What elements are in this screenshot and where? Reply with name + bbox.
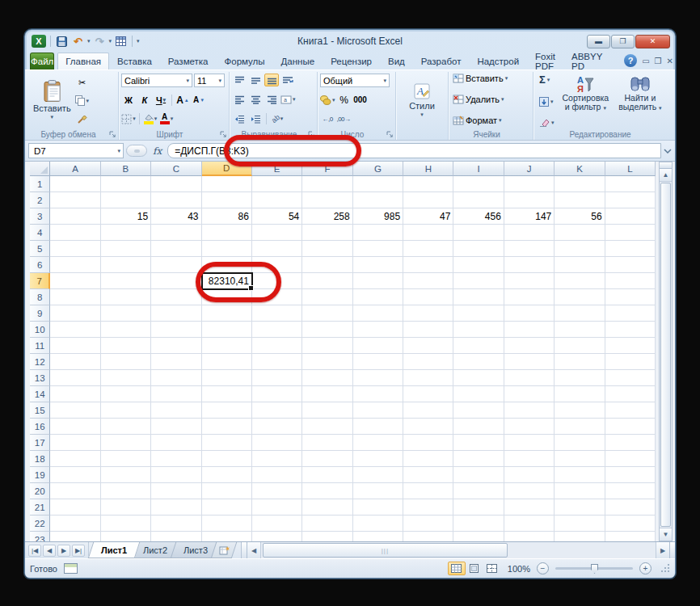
cell-H7[interactable] (403, 273, 453, 289)
cell-A15[interactable] (50, 402, 100, 419)
cell-D18[interactable] (202, 451, 252, 467)
scroll-down-button[interactable]: ▼ (660, 528, 672, 541)
cell-B13[interactable] (101, 370, 151, 386)
cell-A7[interactable] (50, 273, 100, 289)
row-header-11[interactable]: 11 (30, 338, 50, 354)
cell-I14[interactable] (453, 386, 504, 402)
cell-E10[interactable] (252, 322, 302, 338)
cell-G5[interactable] (353, 241, 403, 257)
cell-E5[interactable] (252, 241, 302, 257)
row-header-19[interactable]: 19 (30, 467, 50, 483)
cell-D22[interactable] (202, 516, 252, 532)
cell-F21[interactable] (302, 499, 352, 516)
save-button[interactable] (55, 35, 69, 48)
cell-G3[interactable]: 985 (353, 208, 403, 225)
cell-G22[interactable] (353, 516, 403, 532)
cell-E20[interactable] (252, 483, 302, 499)
cell-H16[interactable] (403, 419, 453, 435)
cell-D21[interactable] (202, 499, 252, 516)
excel-logo-icon[interactable]: X (32, 35, 46, 48)
cell-I5[interactable] (453, 241, 504, 257)
cell-L20[interactable] (605, 483, 656, 499)
cell-H23[interactable] (403, 532, 453, 541)
cell-C10[interactable] (151, 322, 201, 338)
cell-K14[interactable] (555, 386, 605, 402)
cell-C7[interactable] (151, 273, 201, 289)
row-header-2[interactable]: 2 (30, 192, 50, 208)
scroll-right-button[interactable]: ▶ (656, 542, 669, 558)
paste-dropdown[interactable]: ▾ (51, 114, 54, 120)
undo-dropdown[interactable]: ▾ (87, 38, 91, 44)
expand-formula-bar-icon[interactable] (664, 149, 672, 154)
cell-F3[interactable]: 258 (302, 208, 352, 225)
redo-dropdown[interactable]: ▾ (109, 38, 112, 44)
cell-A19[interactable] (50, 467, 100, 483)
row-header-22[interactable]: 22 (30, 516, 50, 532)
wrap-text-button[interactable] (280, 74, 295, 86)
cell-B10[interactable] (101, 322, 151, 338)
borders-button[interactable]: ▾ (121, 112, 136, 125)
cell-J20[interactable] (504, 483, 555, 499)
normal-view-button[interactable] (448, 562, 466, 575)
cell-F16[interactable] (302, 419, 352, 435)
fill-color-button[interactable]: ▾ (143, 112, 158, 125)
row-header-5[interactable]: 5 (30, 241, 50, 257)
shrink-font-button[interactable]: А▼ (192, 94, 206, 107)
cell-F7[interactable] (302, 273, 352, 289)
cell-A6[interactable] (50, 257, 100, 273)
row-header-7[interactable]: 7 (30, 273, 50, 289)
name-box[interactable]: D7 ▾ (28, 143, 124, 158)
cell-B14[interactable] (101, 386, 151, 402)
cell-J17[interactable] (504, 435, 555, 451)
cell-L2[interactable] (605, 192, 656, 208)
workbook-minimize-button[interactable]: ▭ (642, 57, 649, 65)
cell-D15[interactable] (202, 402, 252, 419)
cell-I8[interactable] (453, 289, 504, 305)
cell-G16[interactable] (353, 419, 403, 435)
cell-G2[interactable] (353, 192, 403, 208)
cell-H9[interactable] (403, 305, 453, 322)
cell-D5[interactable] (202, 241, 252, 257)
row-header-20[interactable]: 20 (30, 483, 50, 499)
autosum-button[interactable]: Σ▾ (539, 74, 555, 86)
cell-K23[interactable] (555, 532, 605, 541)
cell-G8[interactable] (353, 289, 403, 305)
cell-F4[interactable] (302, 225, 352, 241)
row-header-12[interactable]: 12 (30, 354, 50, 370)
cell-G4[interactable] (353, 225, 403, 241)
dialog-launcher-number[interactable] (386, 131, 394, 138)
cell-F17[interactable] (302, 435, 352, 451)
cell-F11[interactable] (302, 338, 352, 354)
cell-L22[interactable] (605, 516, 656, 532)
fill-color-dropdown[interactable]: ▾ (154, 116, 158, 122)
row-header-13[interactable]: 13 (30, 370, 50, 386)
cell-B15[interactable] (101, 402, 151, 419)
vertical-scrollbar[interactable]: ▲ ▼ (659, 162, 673, 541)
cell-A20[interactable] (50, 483, 100, 499)
cell-J5[interactable] (504, 241, 555, 257)
insert-cells-dropdown[interactable]: ▾ (505, 75, 508, 82)
insert-cells-button[interactable]: Вставить ▾ (453, 74, 530, 83)
cell-J8[interactable] (504, 289, 555, 305)
cell-H18[interactable] (403, 451, 453, 467)
cell-K12[interactable] (555, 354, 605, 370)
cell-L5[interactable] (605, 241, 656, 257)
cell-E17[interactable] (252, 435, 302, 451)
cell-E23[interactable] (252, 532, 302, 541)
cell-K16[interactable] (555, 419, 605, 435)
last-sheet-button[interactable]: ▶| (72, 545, 85, 557)
cell-J11[interactable] (504, 338, 555, 354)
cell-J9[interactable] (504, 305, 555, 322)
cell-A1[interactable] (50, 176, 100, 192)
cell-F6[interactable] (302, 257, 352, 273)
cell-H22[interactable] (403, 516, 453, 532)
cell-B21[interactable] (101, 499, 151, 516)
bold-button[interactable]: Ж (121, 94, 136, 107)
cell-F18[interactable] (302, 451, 352, 467)
cell-D13[interactable] (202, 370, 252, 386)
cell-L9[interactable] (605, 305, 656, 322)
find-select-button[interactable]: Найти ивыделить ▾ (614, 74, 666, 127)
macro-record-icon[interactable] (64, 563, 78, 574)
prev-sheet-button[interactable]: ◀ (43, 545, 56, 557)
format-cells-dropdown[interactable]: ▾ (499, 117, 502, 124)
